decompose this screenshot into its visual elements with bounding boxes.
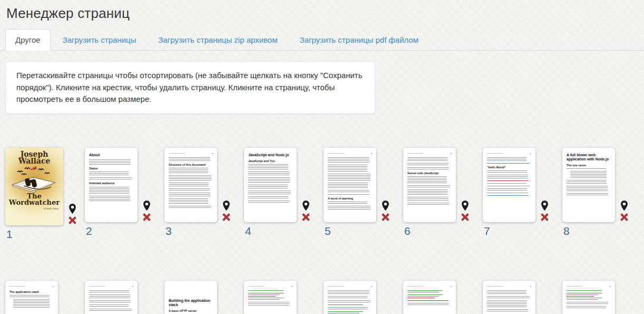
cover-author: Joseph Wallace [12, 151, 56, 165]
thumb-running-header-title [328, 286, 344, 287]
tab-other[interactable]: Другое [5, 29, 51, 51]
page-controls [221, 200, 231, 222]
thumb-code-block [407, 294, 452, 298]
page-thumbnail[interactable]: "Hello World" [483, 148, 535, 222]
thumb-code-line [328, 313, 359, 313]
page-thumbnail[interactable]: Joseph WallaceThe WordwatcherA short sto… [5, 148, 63, 225]
thumb-running-header-title [567, 286, 582, 287]
page-cell: "Hello World"7 [483, 148, 562, 241]
location-pin-icon[interactable] [381, 200, 390, 212]
page-cell: The application stack9 [5, 281, 85, 314]
thumb-running-header [248, 286, 292, 287]
thumb-running-header-pagenum [132, 286, 133, 287]
page-thumbnail[interactable] [324, 281, 376, 314]
page-controls [142, 200, 152, 222]
thumb-text-lines [9, 295, 49, 297]
thumb-running-header-title [328, 153, 344, 154]
page-thumbnail[interactable]: A word of warning [324, 148, 376, 222]
location-pin-icon[interactable] [540, 200, 549, 212]
thumb-text-lines [328, 206, 370, 210]
thumb-text-lines [328, 165, 367, 172]
page-thumb-and-controls [324, 281, 403, 314]
page-thumbnail[interactable] [403, 281, 456, 314]
delete-x-icon[interactable] [301, 212, 311, 222]
delete-x-icon[interactable] [540, 212, 550, 222]
thumb-text-lines [89, 172, 129, 175]
delete-x-icon[interactable] [221, 212, 231, 222]
thumb-code-block [567, 293, 611, 300]
thumb-code-block [567, 290, 611, 291]
thumb-running-header-pagenum [371, 286, 372, 287]
thumb-text-lines [567, 186, 608, 191]
page-thumb-and-controls [85, 281, 164, 314]
thumb-text-lines [407, 197, 448, 201]
page-thumbnail[interactable]: Structure of this document [164, 148, 217, 222]
delete-x-icon[interactable] [142, 212, 152, 222]
thumb-text-lines [407, 157, 447, 161]
tab-upload-pages[interactable]: Загрузить страницы [53, 29, 147, 51]
thumb-text-lines [89, 196, 130, 201]
page-number: 4 [244, 225, 324, 237]
page-thumbnail[interactable] [85, 281, 138, 314]
thumb-text-lines [567, 306, 606, 308]
page-thumb-and-controls [562, 281, 642, 314]
tab-upload-zip[interactable]: Загрузить страницы zip архивом [148, 29, 287, 51]
page-cell: Server-side JavaScript6 [403, 148, 483, 241]
thumb-running-header [487, 153, 531, 154]
page-thumbnail[interactable]: JavaScript and Node.jsJavaScript and You [244, 148, 297, 222]
thumb-text-lines [169, 183, 209, 186]
page-thumbnail[interactable]: AboutStatusIntended audience [85, 148, 138, 222]
location-pin-icon[interactable] [68, 203, 77, 215]
thumb-code-line [328, 311, 363, 312]
thumb-text-lines [248, 201, 289, 203]
cover-tagline: A short story [44, 207, 58, 210]
thumb-text-lines [407, 203, 449, 205]
tab-upload-pdf[interactable]: Загрузить страницы pdf файлом [290, 29, 429, 51]
thumb-running-header [9, 286, 54, 287]
thumb-running-header [169, 153, 213, 154]
thumb-text-lines [487, 300, 527, 307]
location-pin-icon[interactable] [142, 200, 151, 212]
location-pin-icon[interactable] [301, 200, 310, 212]
thumb-text-lines [328, 300, 370, 302]
thumb-code-line [567, 294, 598, 295]
thumb-text-lines [328, 307, 368, 309]
thumb-text-lines [487, 309, 528, 311]
thumb-code-line [407, 298, 435, 298]
page-thumbnail[interactable] [562, 281, 615, 314]
page-thumb-and-controls: A full blown web application with Node.j… [562, 148, 642, 222]
thumb-code-line [248, 290, 284, 291]
thumb-text-lines [328, 190, 369, 192]
thumb-text-lines [89, 294, 130, 298]
thumb-text-lines [407, 176, 447, 183]
thumb-text-lines [169, 157, 210, 161]
page-thumbnail[interactable]: Building the application stackA basic HT… [164, 281, 217, 314]
thumb-code-line [248, 298, 284, 298]
page-thumbnail[interactable]: A full blown web application with Node.j… [562, 148, 615, 222]
page-thumbnail[interactable]: The application stack [5, 281, 58, 314]
page-controls [460, 200, 470, 222]
thumb-running-header-pagenum [530, 153, 531, 154]
page-thumbnail[interactable]: Server-side JavaScript [403, 148, 456, 222]
location-pin-icon[interactable] [461, 200, 470, 212]
page-controls [380, 200, 391, 222]
delete-x-icon[interactable] [380, 212, 391, 222]
thumb-text-lines [328, 290, 369, 294]
location-pin-icon[interactable] [222, 200, 231, 212]
delete-x-icon[interactable] [460, 212, 470, 222]
delete-x-icon[interactable] [619, 212, 629, 222]
thumb-subheading: The application stack [9, 290, 54, 294]
thumb-text-lines [407, 167, 449, 169]
thumb-code-line [248, 294, 280, 295]
page-thumbnail[interactable] [483, 281, 535, 314]
page-cell: A full blown web application with Node.j… [562, 148, 642, 241]
page-thumb-and-controls: Server-side JavaScript [403, 148, 483, 222]
page-thumb-and-controls: A word of warning [324, 148, 403, 222]
thumb-text-lines [169, 198, 208, 204]
thumb-bullet-list [570, 171, 607, 178]
delete-x-icon[interactable] [67, 215, 77, 225]
page-cell: 16 [562, 281, 642, 314]
thumb-running-header-pagenum [530, 286, 531, 287]
location-pin-icon[interactable] [620, 200, 629, 212]
page-thumbnail[interactable] [244, 281, 297, 314]
